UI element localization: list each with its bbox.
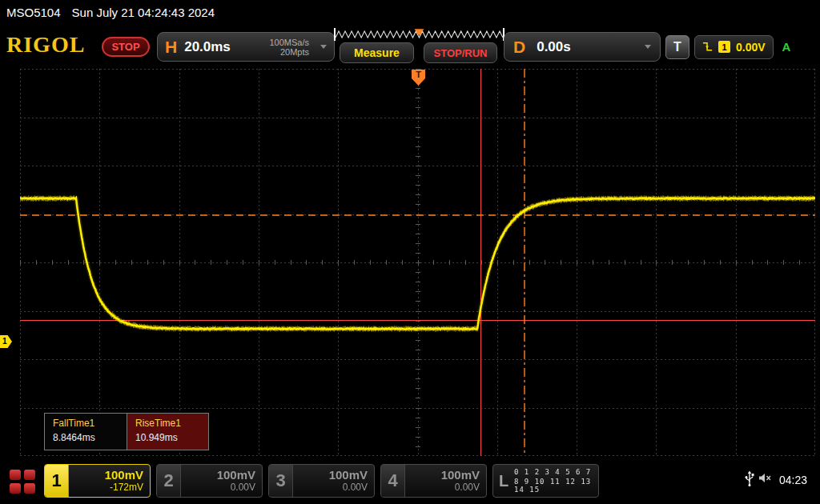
menu-square-icon <box>10 483 21 494</box>
top-status-strip: MSO5104 Sun July 21 04:24:43 2024 <box>0 0 820 24</box>
logic-l-label: L <box>493 465 514 497</box>
trigger-level-value: 0.00V <box>736 41 766 54</box>
trigger-sweep-mode: A <box>782 40 791 54</box>
channel-1-number: 1 <box>45 465 69 497</box>
channel-4-number: 4 <box>381 465 405 497</box>
rigol-logo: RIGOL <box>6 32 85 58</box>
logic-channels-box[interactable]: L 0 1 2 3 4 5 6 7 8 9 10 11 12 13 14 15 <box>492 464 599 498</box>
clock-text: 04:23 <box>779 474 807 486</box>
usb-icon <box>744 470 755 486</box>
memory-depth: 20Mpts <box>280 47 309 57</box>
speaker-mute-icon <box>758 472 773 484</box>
measurement-falltime-cell[interactable]: FallTime1 8.8464ms <box>45 414 127 450</box>
channel-3-scale: 100mV <box>329 468 368 482</box>
horizontal-preview-strip[interactable] <box>334 28 504 41</box>
channel-2-box[interactable]: 2 100mV 0.00V <box>156 464 263 498</box>
measure-button[interactable]: Measure <box>340 42 414 63</box>
measurement-value: 8.8464ms <box>53 432 127 443</box>
measurement-value: 10.949ms <box>135 432 208 443</box>
channel-4-box[interactable]: 4 100mV 0.00V <box>380 464 487 498</box>
oscilloscope-screen: MSO5104 Sun July 21 04:24:43 2024 RIGOL … <box>0 0 820 504</box>
waveform-display[interactable] <box>20 69 815 456</box>
channel-1-ground-marker[interactable]: 1 <box>0 335 12 348</box>
run-state-indicator: STOP <box>102 37 150 57</box>
channel-2-scale: 100mV <box>217 468 255 482</box>
delay-value: 0.00s <box>537 39 571 55</box>
channel-4-offset: 0.00V <box>455 482 480 494</box>
chevron-down-icon <box>320 45 327 49</box>
menu-grid-button[interactable] <box>8 468 37 495</box>
trigger-source-badge: 1 <box>718 41 730 53</box>
trigger-settings-button[interactable]: T 1 0.00V A <box>665 32 818 62</box>
stop-run-button[interactable]: STOP/RUN <box>424 42 497 63</box>
acquisition-info: 100MSa/s 20Mpts <box>269 38 309 57</box>
trigger-summary: 1 0.00V <box>694 35 774 59</box>
model-name: MSO5104 <box>6 6 61 19</box>
channel-2-offset: 0.00V <box>231 482 255 494</box>
menu-square-icon <box>24 470 35 480</box>
channel-3-offset: 0.00V <box>343 482 368 494</box>
measurement-label: FallTime1 <box>53 418 127 429</box>
chevron-down-icon <box>645 45 651 49</box>
horizontal-settings-button[interactable]: H 20.0ms 100MSa/s 20Mpts <box>157 32 335 62</box>
channel-3-box[interactable]: 3 100mV 0.00V <box>268 464 375 498</box>
channel-1-box[interactable]: 1 100mV -172mV <box>44 464 151 498</box>
timebase-value: 20.0ms <box>184 39 231 55</box>
measurement-label: RiseTime1 <box>135 418 208 429</box>
menu-square-icon <box>10 470 21 480</box>
channel-1-offset: -172mV <box>110 482 143 494</box>
menu-square-icon <box>24 483 35 494</box>
delay-settings-button[interactable]: D 0.00s <box>504 32 661 62</box>
delay-d-icon: D <box>513 38 525 57</box>
channel-1-scale: 100mV <box>105 468 143 482</box>
channel-3-number: 3 <box>269 465 293 497</box>
logic-row-2: 8 9 10 11 12 13 14 15 <box>514 478 598 494</box>
measurement-risetime-cell[interactable]: RiseTime1 10.949ms <box>127 414 208 450</box>
datetime-text: Sun July 21 04:24:43 2024 <box>72 6 215 19</box>
falling-edge-icon <box>702 41 713 53</box>
sample-rate: 100MSa/s <box>269 38 309 47</box>
measurement-results-panel: FallTime1 8.8464ms RiseTime1 10.949ms <box>44 413 209 450</box>
trigger-t-icon: T <box>665 35 689 59</box>
logic-row-1: 0 1 2 3 4 5 6 7 <box>514 468 598 476</box>
horizontal-h-icon: H <box>165 38 177 57</box>
channel-2-number: 2 <box>157 465 181 497</box>
channel-4-scale: 100mV <box>441 468 480 482</box>
